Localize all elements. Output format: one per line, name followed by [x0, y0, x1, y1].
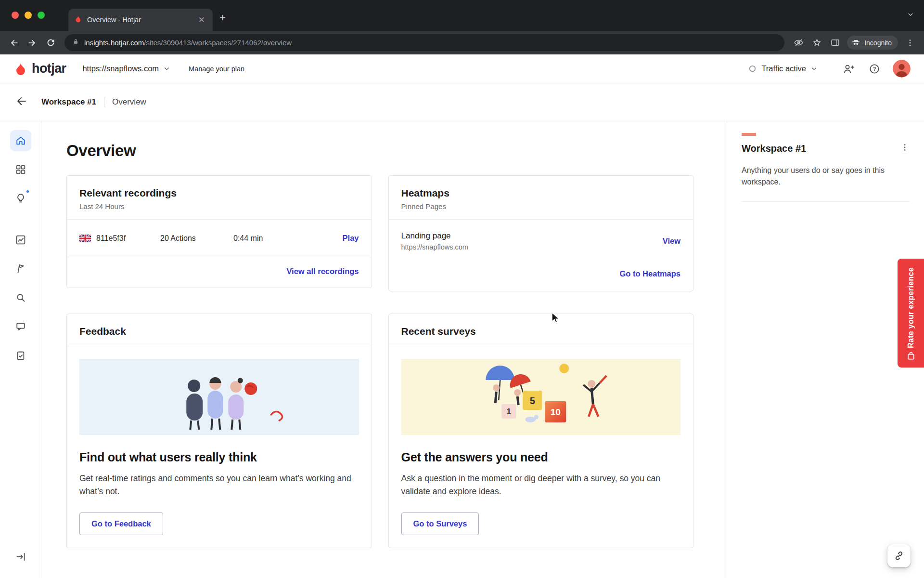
surveys-heading: Get the answers you need [401, 450, 681, 464]
maximize-window-button[interactable] [38, 12, 45, 19]
sidebar-item-dashboards[interactable] [10, 159, 31, 180]
feedback-body-text: Get real-time ratings and comments so yo… [79, 472, 354, 498]
breadcrumb-workspace[interactable]: Workspace #1 [41, 97, 96, 107]
feedback-illustration [79, 359, 359, 435]
tab-strip: Overview - Hotjar ✕ + [0, 0, 924, 31]
close-window-button[interactable] [12, 12, 19, 19]
tab-title: Overview - Hotjar [87, 16, 192, 24]
go-to-feedback-button[interactable]: Go to Feedback [79, 512, 163, 535]
site-url: https://snapflows.com [82, 64, 159, 73]
browser-window: Overview - Hotjar ✕ + insights.hotjar.co… [0, 0, 924, 54]
rate-experience-widget[interactable]: Rate your experience [898, 259, 924, 368]
floating-link-button[interactable] [887, 544, 911, 567]
collapse-sidebar-icon[interactable] [10, 546, 31, 567]
view-heatmap-link[interactable]: View [663, 236, 680, 246]
incognito-label: Incognito [864, 39, 892, 47]
traffic-lights [12, 12, 45, 19]
eye-off-icon[interactable] [789, 34, 808, 52]
recording-row[interactable]: 811e5f3f 20 Actions 0:44 min Play [67, 220, 372, 257]
feedback-card-title: Feedback [79, 326, 359, 337]
minimize-window-button[interactable] [25, 12, 32, 19]
panel-divider [742, 201, 910, 202]
sidebar-item-trends[interactable] [10, 229, 31, 250]
go-to-heatmaps-link[interactable]: Go to Heatmaps [619, 269, 680, 278]
workspace-panel-title: Workspace #1 [742, 143, 806, 154]
avatar[interactable] [893, 60, 911, 78]
lock-icon [72, 38, 79, 47]
chevron-down-icon [163, 65, 170, 72]
main-content: Overview Relevant recordings Last 24 Hou… [41, 121, 727, 578]
survey-number-10: 10 [550, 407, 560, 417]
hotjar-favicon-icon [74, 15, 82, 25]
recordings-card: Relevant recordings Last 24 Hours 811e5f… [66, 175, 372, 288]
play-recording-link[interactable]: Play [343, 234, 359, 243]
sidebar-item-highlights[interactable] [10, 188, 31, 209]
heatmap-page-row: Landing page https://snapflows.com View [389, 220, 693, 255]
bookmark-star-icon[interactable] [808, 34, 826, 52]
recordings-card-title: Relevant recordings [79, 187, 359, 199]
hotjar-flame-icon [13, 62, 28, 76]
invite-user-icon[interactable] [839, 59, 858, 79]
surveys-card: Recent surveys [388, 314, 694, 548]
sidebar-item-feedback[interactable] [10, 316, 31, 337]
back-icon[interactable] [5, 34, 23, 52]
surveys-illustration: 1 5 10 [401, 359, 681, 435]
recording-id: 811e5f3f [96, 234, 126, 243]
tab-close-icon[interactable]: ✕ [196, 15, 207, 25]
heatmaps-card-subtitle: Pinned Pages [401, 202, 681, 210]
link-icon [894, 551, 904, 561]
address-bar[interactable]: insights.hotjar.com/sites/3090413/worksp… [64, 34, 784, 51]
site-selector[interactable]: https://snapflows.com [82, 64, 170, 73]
trends-chart-icon [15, 234, 26, 246]
go-to-surveys-button[interactable]: Go to Surveys [401, 512, 479, 535]
accent-bar [742, 133, 756, 136]
url-host: insights.hotjar.com [84, 39, 144, 47]
heatmaps-card: Heatmaps Pinned Pages Landing page https… [388, 175, 694, 291]
page-title: Overview [66, 142, 693, 160]
sidebar-item-heatmaps[interactable] [10, 287, 31, 308]
breadcrumb-page: Overview [112, 97, 146, 107]
new-tab-button[interactable]: + [219, 12, 226, 24]
side-panel-icon[interactable] [826, 34, 844, 52]
breadcrumb-divider [104, 97, 104, 107]
url-path: /sites/3090413/workspaces/2714062/overvi… [144, 39, 292, 47]
survey-number-1: 1 [506, 407, 511, 416]
url-text: insights.hotjar.com/sites/3090413/worksp… [84, 39, 292, 47]
recording-duration: 0:44 min [233, 234, 343, 243]
speech-bubble-icon [15, 321, 26, 332]
traffic-status-icon [748, 64, 757, 73]
chevron-down-icon [810, 65, 818, 72]
reload-icon[interactable] [41, 34, 60, 52]
sidebar-item-funnels[interactable] [10, 258, 31, 279]
traffic-status-selector[interactable]: Traffic active [748, 64, 818, 73]
feedback-card: Feedback [66, 314, 372, 548]
browser-toolbar: insights.hotjar.com/sites/3090413/worksp… [0, 31, 924, 54]
browser-tab[interactable]: Overview - Hotjar ✕ [68, 9, 213, 31]
magnifier-icon [15, 292, 26, 303]
browser-menu-kebab-icon[interactable] [901, 34, 919, 52]
dashboards-grid-icon [15, 164, 26, 175]
surveys-card-title: Recent surveys [401, 326, 681, 337]
funnels-flag-icon [15, 263, 26, 275]
notification-dot [26, 189, 30, 194]
incognito-spy-icon [851, 38, 860, 47]
app-header: hotjar https://snapflows.com Manage your… [0, 54, 924, 83]
sidebar-item-surveys[interactable] [10, 345, 31, 366]
sidebar-nav [0, 121, 41, 578]
manage-plan-link[interactable]: Manage your plan [189, 65, 244, 73]
feedback-heading: Find out what users really think [79, 450, 359, 464]
recordings-card-subtitle: Last 24 Hours [79, 202, 359, 210]
heatmaps-card-title: Heatmaps [401, 187, 681, 199]
forward-icon[interactable] [23, 34, 41, 52]
tab-search-chevron-icon[interactable] [907, 11, 914, 20]
home-icon [15, 135, 26, 146]
back-arrow-icon[interactable] [15, 95, 28, 109]
survey-number-5: 5 [529, 395, 535, 406]
svg-text:?: ? [873, 66, 876, 72]
view-all-recordings-link[interactable]: View all recordings [286, 267, 359, 276]
uk-flag-icon [79, 235, 91, 242]
help-icon[interactable]: ? [865, 59, 884, 79]
sidebar-item-overview[interactable] [10, 130, 31, 151]
hotjar-logo[interactable]: hotjar [13, 61, 66, 76]
workspace-menu-kebab-icon[interactable] [900, 143, 910, 154]
